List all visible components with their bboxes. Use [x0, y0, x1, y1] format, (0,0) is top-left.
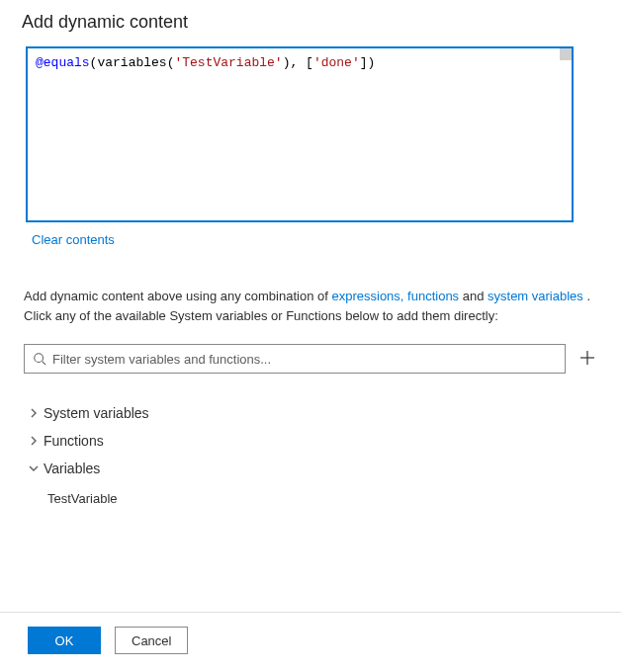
svg-point-0 [35, 354, 44, 363]
page-title: Add dynamic content [22, 12, 601, 33]
tree-label: System variables [44, 405, 149, 421]
tree-label: Functions [44, 433, 104, 449]
svg-line-1 [43, 362, 46, 366]
cancel-button[interactable]: Cancel [115, 627, 188, 654]
dialog-footer: OK Cancel [0, 612, 621, 672]
chevron-down-icon [24, 463, 44, 473]
tree-label: Variables [44, 461, 100, 476]
help-mid: and [459, 289, 488, 303]
clear-contents-link[interactable]: Clear contents [32, 232, 115, 247]
editor-scrollbar[interactable] [560, 48, 572, 60]
expressions-functions-link[interactable]: expressions, functions [331, 289, 459, 303]
add-button[interactable] [576, 347, 599, 371]
search-icon [33, 352, 46, 366]
system-variables-link[interactable]: system variables [488, 289, 583, 303]
chevron-right-icon [24, 436, 44, 446]
ok-button[interactable]: OK [28, 627, 101, 654]
variable-item-testvariable[interactable]: TestVariable [47, 484, 601, 512]
chevron-right-icon [24, 408, 44, 418]
filter-input-container[interactable] [24, 344, 566, 374]
plus-icon [579, 348, 595, 371]
filter-input[interactable] [52, 352, 557, 367]
tree-item-system-variables[interactable]: System variables [24, 399, 601, 427]
help-pre: Add dynamic content above using any comb… [24, 289, 331, 303]
expression-text: @equals(variables('TestVariable'), ['don… [36, 54, 564, 72]
tree-item-variables[interactable]: Variables [24, 455, 601, 482]
tree-item-functions[interactable]: Functions [24, 427, 601, 455]
expression-editor[interactable]: @equals(variables('TestVariable'), ['don… [26, 46, 574, 222]
help-text: Add dynamic content above using any comb… [24, 287, 597, 326]
